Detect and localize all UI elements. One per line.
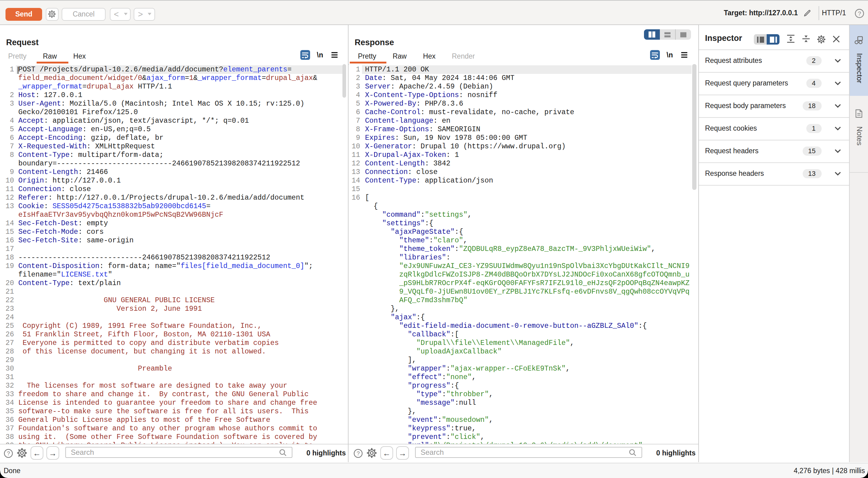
svg-text:?: ? — [356, 450, 360, 456]
svg-text:?: ? — [858, 10, 861, 17]
svg-text:?: ? — [7, 450, 10, 456]
